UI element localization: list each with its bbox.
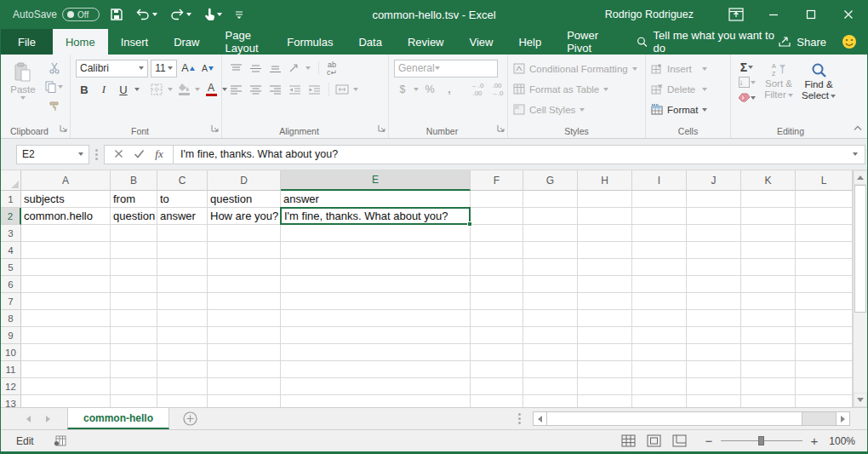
cell-B13[interactable] xyxy=(111,395,157,407)
column-header-I[interactable]: I xyxy=(632,170,687,191)
page-layout-view-button[interactable] xyxy=(641,432,666,451)
expand-formula-bar[interactable] xyxy=(853,152,858,156)
user-name[interactable]: Rodrigo Rodriguez xyxy=(605,9,694,20)
customize-qat-button[interactable] xyxy=(232,8,246,21)
fill-dropdown[interactable] xyxy=(751,81,756,84)
close-button[interactable] xyxy=(830,0,867,29)
cell-H9[interactable] xyxy=(578,327,632,344)
cell-B12[interactable] xyxy=(111,378,157,395)
cell-L13[interactable] xyxy=(796,395,853,407)
horizontal-scrollbar[interactable] xyxy=(533,411,850,426)
cell-E4[interactable] xyxy=(281,242,471,259)
cell-F7[interactable] xyxy=(471,293,523,310)
insert-cells-button[interactable]: Insert xyxy=(651,60,707,78)
cell-C4[interactable] xyxy=(157,242,208,259)
cell-E9[interactable] xyxy=(281,327,471,344)
ribbon-display-options-button[interactable] xyxy=(717,0,755,29)
cell-J9[interactable] xyxy=(687,327,741,344)
cell-C3[interactable] xyxy=(157,225,208,242)
active-cell-editor[interactable]: I'm fine, thanks. What about you? xyxy=(280,207,471,225)
cell-H10[interactable] xyxy=(578,344,632,361)
cell-H4[interactable] xyxy=(578,242,632,259)
column-header-B[interactable]: B xyxy=(111,170,157,191)
cell-E6[interactable] xyxy=(281,276,471,293)
increase-decimal-button[interactable]: ←.0 .00 xyxy=(469,81,486,98)
cell-I4[interactable] xyxy=(632,242,687,259)
tab-file[interactable]: File xyxy=(1,29,53,55)
row-header-10[interactable]: 10 xyxy=(1,344,21,361)
cell-J11[interactable] xyxy=(687,361,741,378)
cell-F9[interactable] xyxy=(471,327,523,344)
cell-A13[interactable] xyxy=(21,395,111,407)
cell-I10[interactable] xyxy=(632,344,687,361)
cell-H1[interactable] xyxy=(578,191,632,208)
cell-H5[interactable] xyxy=(578,259,632,276)
cell-D3[interactable] xyxy=(208,225,281,242)
cell-B11[interactable] xyxy=(111,361,157,378)
cell-C2[interactable]: answer xyxy=(157,208,208,225)
cell-B7[interactable] xyxy=(111,293,157,310)
cell-D1[interactable]: question xyxy=(208,191,281,208)
zoom-out-button[interactable]: − xyxy=(704,437,714,445)
vertical-scroll-thumb[interactable] xyxy=(854,185,866,313)
autosum-button[interactable]: Σ xyxy=(736,60,757,74)
tab-help[interactable]: Help xyxy=(505,29,554,55)
cell-F3[interactable] xyxy=(471,225,523,242)
cell-E10[interactable] xyxy=(281,344,471,361)
macro-recording-button[interactable] xyxy=(54,435,66,446)
cell-C10[interactable] xyxy=(157,344,208,361)
cell-H7[interactable] xyxy=(578,293,632,310)
cell-B2[interactable]: question xyxy=(111,208,157,225)
cell-J12[interactable] xyxy=(687,378,741,395)
cell-J4[interactable] xyxy=(687,242,741,259)
share-button[interactable]: Share xyxy=(778,36,826,49)
redo-dropdown[interactable] xyxy=(186,13,191,16)
cell-K7[interactable] xyxy=(741,293,796,310)
align-center-button[interactable] xyxy=(247,81,264,98)
bold-button[interactable]: B xyxy=(76,81,93,98)
orientation-button[interactable] xyxy=(286,60,303,77)
cell-E3[interactable] xyxy=(281,225,471,242)
underline-button[interactable]: U xyxy=(115,81,132,98)
cell-A1[interactable]: subjects xyxy=(21,191,111,208)
cell-J13[interactable] xyxy=(687,395,741,407)
cell-I8[interactable] xyxy=(632,310,687,327)
borders-button[interactable] xyxy=(148,81,165,98)
cell-J6[interactable] xyxy=(687,276,741,293)
align-left-button[interactable] xyxy=(227,81,244,98)
middle-align-button[interactable] xyxy=(247,60,264,77)
row-header-9[interactable]: 9 xyxy=(1,327,21,344)
tab-review[interactable]: Review xyxy=(395,29,457,55)
enter-entry-button[interactable] xyxy=(128,148,149,161)
cell-K2[interactable] xyxy=(741,208,796,225)
cell-G8[interactable] xyxy=(523,310,578,327)
cell-G6[interactable] xyxy=(523,276,578,293)
cell-A12[interactable] xyxy=(21,378,111,395)
cell-E13[interactable] xyxy=(281,395,471,407)
zoom-level[interactable]: 100% xyxy=(819,435,855,447)
column-header-D[interactable]: D xyxy=(208,170,281,191)
tab-page-layout[interactable]: Page Layout xyxy=(213,29,275,55)
cell-K5[interactable] xyxy=(741,259,796,276)
cell-F10[interactable] xyxy=(471,344,523,361)
format-cells-button[interactable]: Format xyxy=(651,101,707,118)
cell-J7[interactable] xyxy=(687,293,741,310)
cell-E1[interactable]: answer xyxy=(281,191,471,208)
cell-F1[interactable] xyxy=(471,191,523,208)
cell-D12[interactable] xyxy=(208,378,281,395)
row-header-13[interactable]: 13 xyxy=(1,395,21,407)
cell-G10[interactable] xyxy=(523,344,578,361)
number-format-select[interactable]: General xyxy=(394,60,498,78)
row-header-8[interactable]: 8 xyxy=(1,310,21,327)
cell-K11[interactable] xyxy=(741,361,796,378)
undo-button[interactable] xyxy=(134,7,159,22)
cell-J2[interactable] xyxy=(687,208,741,225)
cell-I5[interactable] xyxy=(632,259,687,276)
cell-H2[interactable] xyxy=(578,208,632,225)
merge-center-dropdown[interactable] xyxy=(353,88,358,91)
cell-K13[interactable] xyxy=(741,395,796,407)
cell-K1[interactable] xyxy=(741,191,796,208)
tab-home[interactable]: Home xyxy=(53,29,108,55)
name-box-dropdown[interactable] xyxy=(78,152,83,156)
cell-A8[interactable] xyxy=(21,310,111,327)
